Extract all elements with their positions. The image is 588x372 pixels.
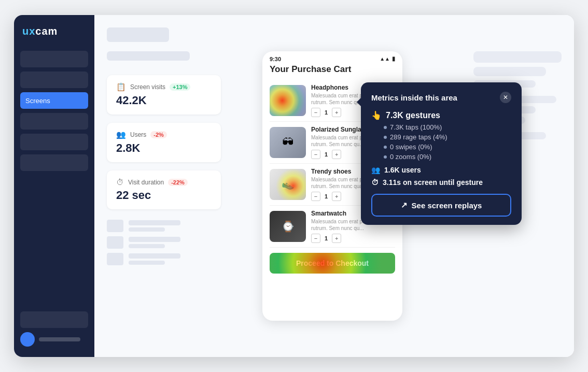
smartwatch-minus[interactable]: − <box>311 234 320 243</box>
dot-4 <box>384 155 387 159</box>
sidebar-item-2[interactable] <box>20 71 88 88</box>
placeholder-card-1 <box>473 51 562 63</box>
sidebar-item-screens[interactable]: Screens <box>20 92 88 109</box>
screen-visits-label: Screen visits <box>130 83 165 91</box>
placeholder-card-2 <box>473 67 546 76</box>
rage-taps-label: 289 rage taps (4%) <box>390 133 447 141</box>
see-replays-button[interactable]: ↗ See screen replays <box>371 194 511 217</box>
dot-1 <box>384 126 387 129</box>
selected-border <box>270 85 306 116</box>
gestures-section: 👆 7.3K gestures 7.3K taps (100%) 289 rag… <box>371 110 511 161</box>
tooltip-header: Metrics inside this area ✕ <box>371 92 511 103</box>
sidebar-item-5[interactable] <box>20 134 88 150</box>
checkout-button[interactable]: Proceed to Checkout <box>270 253 395 274</box>
top-bar-pill-1 <box>107 27 169 42</box>
sidebar-logo: uxcam <box>20 25 88 37</box>
heatmap-checkout <box>270 253 395 274</box>
users-icon: 👥 <box>116 130 126 139</box>
screen-visits-badge: +13% <box>170 83 190 91</box>
sidebar-item-label: Screens <box>25 97 50 105</box>
logo-text: ux <box>22 25 35 37</box>
see-replays-icon: ↗ <box>401 201 408 210</box>
sidebar-bottom <box>20 311 88 347</box>
watch-sim: ⌚ <box>270 211 306 242</box>
heatmap-shoes <box>270 169 306 200</box>
users-badge: -2% <box>150 131 167 138</box>
tooltip-pointer <box>357 98 361 106</box>
screen-visits-icon: 📋 <box>116 82 126 92</box>
gesture-sub-item-3: 0 swipes (0%) <box>384 143 511 151</box>
placeholder-list <box>107 220 221 265</box>
main-content: 📋 Screen visits +13% 42.2K 👥 Users -2% 2… <box>94 15 574 357</box>
sidebar-item-1[interactable] <box>20 51 88 67</box>
battery-icon: ▮ <box>392 55 395 62</box>
sidebar: uxcam Screens <box>14 15 94 357</box>
dot-3 <box>384 146 387 149</box>
sunglasses-plus[interactable]: + <box>332 150 341 159</box>
content-area: 📋 Screen visits +13% 42.2K 👥 Users -2% 2… <box>107 51 562 345</box>
gestures-sub-list: 7.3K taps (100%) 289 rage taps (4%) 0 sw… <box>371 123 511 161</box>
signal-icon: ▲▲ <box>380 56 390 62</box>
users-metric-label: 1.6K users <box>384 166 421 174</box>
gestures-label: 7.3K gestures <box>386 111 440 120</box>
sunglasses-image: 🕶 <box>270 127 306 158</box>
app-container: uxcam Screens <box>14 15 574 357</box>
logo-text-2: cam <box>35 25 58 37</box>
smartwatch-image: ⌚ <box>270 211 306 242</box>
shoes-image: 👟 <box>270 169 306 200</box>
sunglasses-minus[interactable]: − <box>311 150 320 159</box>
users-label: Users <box>130 131 146 138</box>
status-icons: ▲▲ ▮ <box>380 55 395 62</box>
users-row: 👥 1.6K users <box>371 166 511 174</box>
smartwatch-controls: − 1 + <box>311 234 395 243</box>
visit-duration-icon: ⏱ <box>116 178 124 187</box>
sidebar-item-4[interactable] <box>20 113 88 130</box>
placeholder-bar-top <box>107 51 190 61</box>
phone-status-bar: 9:30 ▲▲ ▮ <box>262 51 402 64</box>
stat-card-screen-visits: 📋 Screen visits +13% 42.2K <box>107 75 221 115</box>
visit-duration-badge: -22% <box>168 179 188 186</box>
phone-time: 9:30 <box>270 56 281 62</box>
smartwatch-qty: 1 <box>325 235 328 241</box>
sidebar-bottom-row <box>20 332 88 347</box>
smartwatch-plus[interactable]: + <box>332 234 341 243</box>
gesture-sub-item-4: 0 zooms (0%) <box>384 153 511 161</box>
cart-title: Your Purchase Cart <box>270 64 395 75</box>
shoes-minus[interactable]: − <box>311 192 320 201</box>
sidebar-item-6[interactable] <box>20 154 88 171</box>
dot-2 <box>384 136 387 139</box>
user-avatar[interactable] <box>20 332 35 347</box>
right-panel: 9:30 ▲▲ ▮ Your Purchase Cart <box>231 51 562 345</box>
taps-label: 7.3K taps (100%) <box>390 123 442 131</box>
sunglass-sim: 🕶 <box>270 127 306 158</box>
time-metric-label: 3.11s on screen until gesture <box>383 178 483 187</box>
users-metric-icon: 👥 <box>371 166 380 174</box>
stat-label-row-users: 👥 Users -2% <box>116 130 212 139</box>
tooltip-close-button[interactable]: ✕ <box>500 92 511 103</box>
headphones-minus[interactable]: − <box>311 108 320 117</box>
visit-duration-label: Visit duration <box>128 179 164 186</box>
stat-card-users: 👥 Users -2% 2.8K <box>107 123 221 162</box>
users-value: 2.8K <box>116 141 212 155</box>
gesture-sub-item-1: 7.3K taps (100%) <box>384 123 511 131</box>
time-row: ⏱ 3.11s on screen until gesture <box>371 178 511 187</box>
see-replays-label: See screen replays <box>412 201 482 210</box>
stat-card-visit-duration: ⏱ Visit duration -22% 22 sec <box>107 170 221 209</box>
metrics-tooltip: Metrics inside this area ✕ 👆 7.3K gestur… <box>361 82 522 225</box>
stat-label-row-visits: 📋 Screen visits +13% <box>116 82 212 92</box>
screen-visits-value: 42.2K <box>116 94 212 107</box>
gesture-sub-item-2: 289 rage taps (4%) <box>384 133 511 141</box>
shoes-qty: 1 <box>325 193 328 199</box>
sidebar-item-bottom-1[interactable] <box>20 311 88 328</box>
sidebar-name-bar <box>39 337 80 341</box>
shoes-plus[interactable]: + <box>332 192 341 201</box>
zooms-label: 0 zooms (0%) <box>390 153 431 161</box>
time-metric-icon: ⏱ <box>371 178 379 187</box>
gestures-icon: 👆 <box>371 110 382 120</box>
headphones-plus[interactable]: + <box>332 108 341 117</box>
top-bar <box>107 27 562 42</box>
swipes-label: 0 swipes (0%) <box>390 143 432 151</box>
left-panel: 📋 Screen visits +13% 42.2K 👥 Users -2% 2… <box>107 51 221 345</box>
visit-duration-value: 22 sec <box>116 189 212 202</box>
tooltip-title: Metrics inside this area <box>371 93 457 102</box>
